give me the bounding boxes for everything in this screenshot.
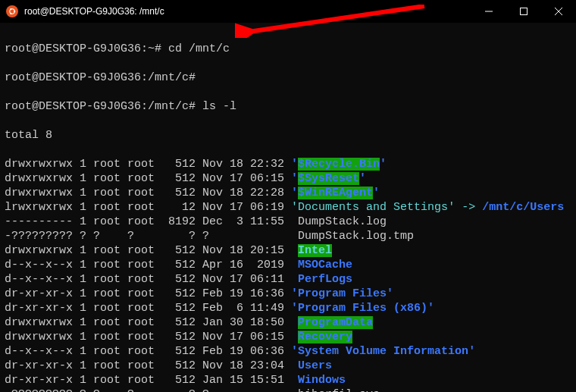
terminal-window: root@DESKTOP-G9J0G36: /mnt/c root@DESKTO… [0,0,576,392]
svg-rect-5 [521,8,527,15]
titlebar: root@DESKTOP-G9J0G36: /mnt/c [0,0,576,23]
file-row: dr-xr-xr-x 1 root root 512 Nov 18 23:04 … [5,359,571,373]
window-title: root@DESKTOP-G9J0G36: /mnt/c [24,5,471,19]
file-row: d--x--x--x 1 root root 512 Nov 17 06:11 … [5,272,571,287]
file-row: drwxrwxrwx 1 root root 512 Jan 30 18:50 … [5,315,571,330]
file-row: dr-xr-xr-x 1 root root 512 Feb 6 11:49 '… [5,301,571,315]
file-name: $SysReset [298,172,359,185]
file-row: drwxrwxrwx 1 root root 512 Nov 17 06:15 … [5,330,571,344]
file-row: drwxrwxrwx 1 root root 512 Nov 18 20:15 … [5,243,571,258]
file-row: -????????? ? ? ? ? ? hiberfil.sys [5,387,571,392]
file-row: drwxrwxrwx 1 root root 512 Nov 18 22:28 … [5,186,571,200]
file-name: Windows [298,374,346,387]
file-name: Program Files (x86) [298,302,427,315]
svg-point-1 [14,11,15,12]
prompt: root@DESKTOP-G9J0G36:/mnt/c# [5,100,196,113]
file-name: System Volume Information [298,345,468,358]
file-row: dr-xr-xr-x 1 root root 512 Jan 15 15:51 … [5,373,571,387]
file-name: $Recycle.Bin [298,158,380,171]
command-text: cd /mnt/c [161,42,230,55]
terminal-body[interactable]: root@DESKTOP-G9J0G36:~# cd /mnt/c root@D… [0,23,576,392]
file-name: MSOCache [298,259,352,271]
prompt-line: root@DESKTOP-G9J0G36:/mnt/c# [5,71,571,85]
file-name: DumpStack.log [298,215,387,228]
file-row: ---------- 1 root root 8192 Dec 3 11:55 … [5,215,571,229]
prompt: root@DESKTOP-G9J0G36:~# [5,42,161,55]
svg-point-3 [10,13,11,14]
symlink-arrow: -> [455,201,482,214]
file-name: Intel [298,244,332,257]
file-row: d--x--x--x 1 root root 512 Feb 19 06:36 … [5,344,571,359]
close-button[interactable] [541,0,576,23]
file-name: PerfLogs [298,273,352,286]
file-name: DumpStack.log.tmp [298,230,414,243]
file-name: Users [298,359,332,372]
command-text: ls -l [196,100,236,113]
file-row: drwxrwxrwx 1 root root 512 Nov 18 22:32 … [5,157,571,171]
output-line: total 8 [5,128,571,143]
file-row: d--x--x--x 1 root root 512 Apr 16 2019 M… [5,258,571,272]
prompt-line: root@DESKTOP-G9J0G36:/mnt/c# ls -l [5,99,571,114]
file-name: Documents and Settings [298,201,448,214]
file-row: lrwxrwxrwx 1 root root 12 Nov 17 06:19 '… [5,200,571,215]
symlink-target: /mnt/c/Users [482,201,564,214]
file-name: Program Files [298,287,387,300]
file-name: $WinREAgent [298,187,373,199]
file-name: ProgramData [298,316,373,329]
file-name: Recovery [298,331,352,343]
ubuntu-icon [6,5,18,17]
svg-point-2 [10,8,11,10]
file-name: hiberfil.sys [298,388,380,392]
file-row: drwxrwxrwx 1 root root 512 Nov 17 06:15 … [5,171,571,186]
prompt-line: root@DESKTOP-G9J0G36:~# cd /mnt/c [5,42,571,56]
maximize-button[interactable] [506,0,541,23]
file-listing: drwxrwxrwx 1 root root 512 Nov 18 22:32 … [5,157,571,392]
file-row: -????????? ? ? ? ? ? DumpStack.log.tmp [5,229,571,243]
minimize-button[interactable] [471,0,506,23]
file-row: dr-xr-xr-x 1 root root 512 Feb 19 16:36 … [5,287,571,301]
prompt: root@DESKTOP-G9J0G36:/mnt/c# [5,71,196,84]
